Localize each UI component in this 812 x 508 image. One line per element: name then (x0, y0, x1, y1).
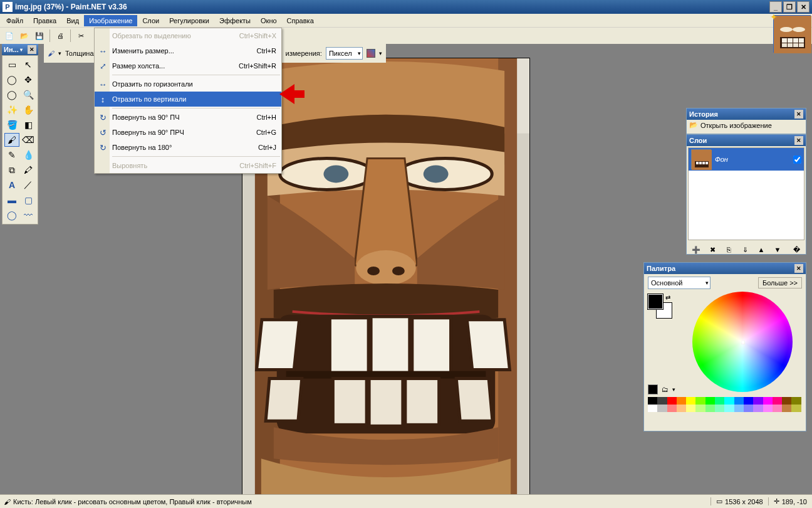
tool-line[interactable]: ／ (21, 178, 36, 192)
delete-layer-button[interactable]: ✖ (705, 243, 719, 257)
menu-item[interactable]: ↔Отразить по горизонтали (95, 77, 281, 92)
palette-color[interactable] (744, 397, 753, 405)
tool-text[interactable]: A (4, 178, 19, 192)
palette-color[interactable] (657, 397, 667, 405)
menu-layers[interactable]: Слои (137, 15, 164, 26)
menu-item[interactable]: ↺Повернуть на 90° ПРЧCtrl+G (95, 125, 281, 140)
menu-window[interactable]: Окно (256, 15, 282, 26)
palette-color[interactable] (724, 397, 734, 405)
color-mode-dropdown[interactable]: Основной (648, 277, 710, 289)
palette-color[interactable] (763, 397, 773, 405)
palette-color[interactable] (782, 397, 791, 405)
tool-fill[interactable]: 🪣 (4, 118, 19, 132)
menu-item[interactable]: ↔Изменить размер...Ctrl+R (95, 43, 281, 58)
menu-image[interactable]: Изображение (84, 15, 137, 26)
new-button[interactable]: 📄 (3, 29, 16, 43)
tool-zoom[interactable]: 🔍 (21, 88, 36, 102)
duplicate-layer-button[interactable]: ⎘ (722, 243, 736, 257)
palette-color[interactable] (695, 397, 705, 405)
cut-button[interactable]: ✂ (74, 29, 88, 43)
menu-item[interactable]: ⤢Размер холста...Ctrl+Shift+R (95, 58, 281, 73)
dropdown-caret-icon[interactable]: ▾ (672, 386, 675, 393)
tool-ellipse[interactable]: ◯ (4, 208, 19, 222)
palette-color[interactable] (705, 405, 715, 412)
swap-icon[interactable]: ⇄ (665, 294, 670, 301)
menu-effects[interactable]: Эффекты (214, 15, 256, 26)
tool-clone[interactable]: ⧉ (4, 163, 19, 177)
menu-edit[interactable]: Правка (28, 15, 61, 26)
menu-adjustments[interactable]: Регулировки (164, 15, 214, 26)
palette-color[interactable] (724, 405, 734, 412)
close-icon[interactable]: ✕ (28, 45, 36, 54)
layer-properties-button[interactable]: � (789, 243, 803, 257)
palette-color[interactable] (744, 405, 753, 412)
palette-icon[interactable]: 🗂 (662, 386, 669, 393)
tool-gradient[interactable]: ◧ (21, 118, 36, 132)
move-up-button[interactable]: ▲ (754, 243, 768, 257)
palette-color[interactable] (715, 405, 724, 412)
canvas[interactable] (242, 58, 530, 494)
print-button[interactable]: 🖨 (53, 29, 67, 43)
tools-palette-title[interactable]: Ин...▾ ✕ (2, 44, 38, 55)
palette-color[interactable] (753, 405, 763, 412)
palette-color[interactable] (695, 405, 705, 412)
menu-item[interactable]: ↕Отразить по вертикали (95, 92, 281, 107)
palette-color[interactable] (734, 405, 744, 412)
dropdown-caret-icon[interactable]: ▾ (58, 50, 61, 56)
tool-move[interactable]: ↖ (21, 58, 36, 71)
palette-color[interactable] (667, 397, 677, 405)
menu-help[interactable]: Справка (282, 15, 319, 26)
close-icon[interactable]: ✕ (794, 136, 803, 145)
palette-color[interactable] (715, 397, 724, 405)
move-down-button[interactable]: ▼ (771, 243, 784, 257)
palette-color[interactable] (657, 405, 667, 412)
palette-color[interactable] (677, 397, 686, 405)
close-icon[interactable]: ✕ (794, 110, 803, 119)
dropdown-caret-icon[interactable]: ▾ (379, 50, 382, 56)
menu-view[interactable]: Вид (61, 15, 84, 26)
tool-ellipse-select[interactable]: ◯ (4, 88, 19, 102)
color-wheel[interactable] (692, 292, 793, 392)
tool-move-selection[interactable]: ✥ (21, 73, 36, 87)
window-close-button[interactable]: ✕ (797, 1, 809, 13)
primary-secondary-swatch[interactable]: ⇄ (648, 294, 672, 318)
palette-color[interactable] (705, 397, 715, 405)
layer-item[interactable]: Фон (689, 148, 804, 171)
palette-color[interactable] (763, 405, 773, 412)
open-button[interactable]: 📂 (18, 29, 31, 43)
tool-brush[interactable]: 🖌 (4, 133, 19, 147)
menu-item[interactable]: ↻Повернуть на 90° ПЧCtrl+H (95, 110, 281, 125)
add-layer-button[interactable]: ➕ (689, 243, 703, 257)
palette-color[interactable] (686, 397, 695, 405)
merge-down-button[interactable]: ⇓ (738, 243, 752, 257)
palette-color[interactable] (667, 405, 677, 412)
tool-magic-wand[interactable]: ✨ (4, 103, 19, 117)
menu-item[interactable]: ↻Повернуть на 180°Ctrl+J (95, 140, 281, 155)
hex-chip[interactable] (648, 384, 658, 394)
palette-color[interactable] (648, 405, 657, 412)
document-thumbnail[interactable]: ✦ (773, 15, 811, 53)
tool-freeform[interactable]: 〰 (21, 208, 36, 222)
palette-color[interactable] (782, 405, 791, 412)
tool-rect[interactable]: ▬ (4, 193, 19, 207)
palette-color[interactable] (677, 405, 686, 412)
tool-eyedropper[interactable]: 💧 (21, 148, 36, 162)
palette-color[interactable] (773, 405, 782, 412)
tool-recolor[interactable]: 🖍 (21, 163, 36, 177)
close-icon[interactable]: ✕ (794, 264, 803, 273)
tool-eraser[interactable]: ⌫ (21, 133, 36, 147)
tool-rect-select[interactable]: ▭ (4, 58, 19, 71)
palette-color[interactable] (773, 397, 782, 405)
palette-color[interactable] (753, 397, 763, 405)
palette-color[interactable] (734, 397, 744, 405)
history-item[interactable]: 📂 Открыть изображение (687, 120, 806, 130)
layer-visible-checkbox[interactable] (793, 156, 801, 164)
menu-file[interactable]: Файл (1, 15, 28, 26)
tool-rounded-rect[interactable]: ▢ (21, 193, 36, 207)
palette-color[interactable] (648, 397, 657, 405)
save-button[interactable]: 💾 (33, 29, 46, 43)
color-chip-icon[interactable] (367, 49, 375, 58)
tool-lasso[interactable]: ◯ (4, 73, 19, 87)
tool-pan[interactable]: ✋ (21, 103, 36, 117)
palette-color[interactable] (791, 397, 801, 405)
